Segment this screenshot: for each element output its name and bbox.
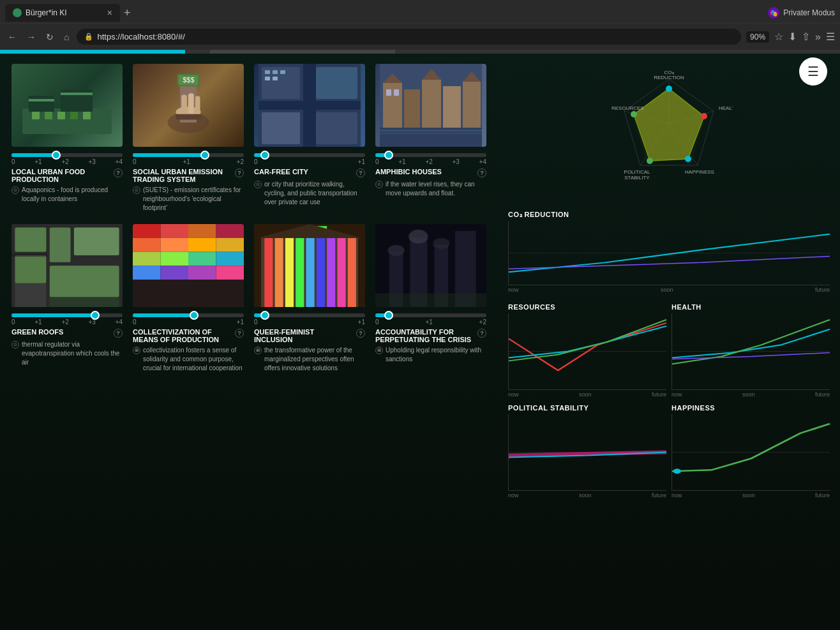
desc-icon-green-roofs: ⊙ <box>11 341 19 349</box>
svg-rect-46 <box>380 133 482 134</box>
card-desc-emission: ⊙ (SUETS) - emission certificates for ne… <box>133 186 244 213</box>
info-icon-urban-food[interactable]: ? <box>114 169 123 177</box>
info-icon-amphibic[interactable]: ? <box>477 169 486 177</box>
info-icon-accountability[interactable]: ? <box>477 329 486 338</box>
svg-rect-37 <box>443 86 461 128</box>
desc-icon-urban-food: ⊙ <box>11 186 19 194</box>
tab-close-button[interactable]: × <box>107 8 112 18</box>
svg-rect-8 <box>70 112 78 119</box>
slider-thumb-urban-food[interactable] <box>52 151 61 160</box>
share-icon[interactable]: ⇧ <box>802 31 810 43</box>
svg-rect-58 <box>11 253 48 257</box>
slider-track-green-roofs[interactable] <box>11 313 123 317</box>
svg-rect-61 <box>161 224 189 238</box>
radar-section: CO₂ REDUCTION HEALTH HAPPINESS POLITICAL… <box>508 60 830 200</box>
info-icon-green-roofs[interactable]: ? <box>114 329 123 338</box>
svg-rect-85 <box>327 238 335 307</box>
info-icon-emission[interactable]: ? <box>235 169 244 177</box>
hamburger-menu-button[interactable]: ☰ <box>799 57 827 86</box>
svg-point-97 <box>409 230 428 244</box>
cards-grid: 0 +1 +2 +3 +4 LOCAL URBAN FOOD PRODUCTIO… <box>0 54 498 630</box>
desc-icon-car-free: ⊙ <box>254 181 262 188</box>
zoom-level[interactable]: 90% <box>746 31 769 43</box>
card-title-collectiv: COLLECTIVIZATION OF MEANS OF PRODUCTION … <box>133 328 244 343</box>
forward-button[interactable]: → <box>24 31 38 43</box>
desc-icon-queer: 🏛 <box>254 347 262 354</box>
slider-track-amphibic[interactable] <box>375 153 486 157</box>
card-image-green-roofs <box>11 224 123 307</box>
svg-rect-66 <box>188 238 216 252</box>
resources-chart-area <box>508 313 666 390</box>
info-icon-collectiv[interactable]: ? <box>235 329 244 338</box>
svg-rect-83 <box>306 238 315 307</box>
svg-text:RESOURCES: RESOURCES <box>611 105 644 111</box>
resources-chart: RESOURCES now soon future <box>508 303 666 398</box>
slider-row-collectiv <box>133 313 244 317</box>
address-bar[interactable]: 🔒 https://localhost:8080/#/ <box>77 29 741 45</box>
active-tab[interactable]: Bürger*in KI × <box>5 4 120 22</box>
svg-rect-82 <box>296 238 304 307</box>
scale-emission: 0 +1 +2 <box>133 158 244 165</box>
svg-rect-63 <box>216 224 244 238</box>
menu-icon[interactable]: ☰ <box>826 31 835 43</box>
security-icon: 🔒 <box>84 33 93 41</box>
slider-thumb-collectiv[interactable] <box>190 311 199 320</box>
private-mode-label: Privater Modus <box>783 8 835 17</box>
slider-thumb-amphibic[interactable] <box>384 151 393 160</box>
back-button[interactable]: ← <box>5 31 19 43</box>
pocket-icon[interactable]: ⬇ <box>788 31 797 43</box>
card-desc-urban-food: ⊙ Aquaponics - food is produced locally … <box>11 186 123 204</box>
svg-rect-84 <box>317 238 325 307</box>
svg-point-98 <box>433 238 449 249</box>
svg-rect-49 <box>15 227 46 251</box>
card-image-accountability <box>375 224 486 307</box>
private-mode-icon: 🎭 <box>768 7 779 19</box>
extensions-icon[interactable]: » <box>815 31 821 43</box>
slider-track-emission[interactable] <box>133 153 244 157</box>
svg-rect-68 <box>133 252 161 266</box>
card-green-roofs: 0 +1 +2 +3 +4 GREEN ROOFS ? ⊙ thermal re… <box>6 220 128 380</box>
svg-rect-26 <box>262 112 300 144</box>
home-button[interactable]: ⌂ <box>61 31 71 43</box>
slider-row-queer <box>254 313 365 317</box>
slider-thumb-accountability[interactable] <box>384 311 393 320</box>
info-icon-queer[interactable]: ? <box>356 329 365 338</box>
slider-track-queer[interactable] <box>254 313 365 317</box>
svg-point-113 <box>631 111 637 117</box>
info-icon-car-free[interactable]: ? <box>356 169 365 177</box>
svg-text:REDUCTION: REDUCTION <box>654 75 684 80</box>
resources-chart-labels: now soon future <box>508 391 666 398</box>
svg-rect-67 <box>216 238 244 252</box>
slider-track-car-free[interactable] <box>254 153 365 157</box>
co2-chart-section: CO₂ REDUCTION now soon future <box>508 211 830 293</box>
right-panel: CO₂ REDUCTION HEALTH HAPPINESS POLITICAL… <box>498 54 840 630</box>
slider-thumb-green-roofs[interactable] <box>91 311 100 320</box>
slider-thumb-car-free[interactable] <box>260 151 269 160</box>
slider-thumb-queer[interactable] <box>260 311 269 320</box>
scale-green-roofs: 0 +1 +2 +3 +4 <box>11 319 123 326</box>
card-image-urban-food <box>11 64 123 147</box>
card-image-queer <box>254 224 365 307</box>
health-line-chart <box>672 313 830 389</box>
svg-point-112 <box>647 158 653 164</box>
resources-health-row: RESOURCES now soon future <box>508 303 830 398</box>
svg-rect-3 <box>29 99 54 101</box>
slider-thumb-emission[interactable] <box>200 151 209 160</box>
svg-rect-25 <box>316 67 357 99</box>
scale-amphibic: 0 +1 +2 +3 +4 <box>375 158 486 165</box>
svg-rect-32 <box>273 77 278 80</box>
slider-track-accountability[interactable] <box>375 313 486 317</box>
new-tab-button[interactable]: + <box>124 6 131 20</box>
slider-track-collectiv[interactable] <box>133 313 244 317</box>
desc-icon-accountability: 🏛 <box>375 347 383 354</box>
refresh-button[interactable]: ↻ <box>43 31 56 43</box>
slider-track-urban-food[interactable] <box>11 153 123 157</box>
slider-row-amphibic <box>375 153 486 157</box>
card-image-emission: $$$ <box>133 64 244 147</box>
svg-marker-108 <box>634 89 704 161</box>
happiness-chart: HAPPINESS now soon future <box>671 404 830 499</box>
resources-line-chart <box>509 313 666 389</box>
bookmark-icon[interactable]: ☆ <box>774 31 783 43</box>
toolbar-actions: ☆ ⬇ ⇧ » ☰ <box>774 31 835 43</box>
svg-rect-6 <box>45 112 52 119</box>
